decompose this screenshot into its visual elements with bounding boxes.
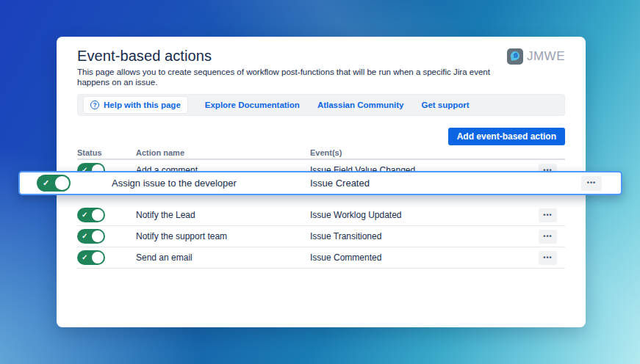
row-menu-button[interactable]: •••	[581, 176, 602, 191]
events-value: Issue Transitioned	[310, 231, 539, 241]
toggle-knob	[92, 230, 104, 242]
jmwe-logo-text: JMWE	[527, 49, 565, 64]
check-icon: ✓	[82, 254, 87, 261]
toggle-knob	[92, 252, 104, 263]
toolbar: Add event-based action	[77, 128, 565, 145]
page-title: Event-based actions	[77, 47, 507, 65]
table-row[interactable]: ✓ Notify the Lead Issue Worklog Updated …	[77, 205, 565, 226]
row-menu-button[interactable]: •••	[539, 208, 557, 222]
status-toggle[interactable]: ✓	[77, 250, 105, 265]
page-subtitle: This page allows you to create sequences…	[77, 67, 507, 87]
help-button-label: Help with this page	[104, 101, 181, 109]
help-with-page-button[interactable]: ? Help with this page	[84, 97, 187, 113]
row-menu-button[interactable]: •••	[539, 251, 557, 265]
row-menu-button[interactable]: •••	[539, 230, 557, 244]
actions-table: Status Action name Event(s) ✓ Add a comm…	[77, 147, 565, 269]
question-circle-icon: ?	[90, 101, 99, 109]
events-value: Issue Commented	[310, 252, 539, 263]
add-event-based-action-button[interactable]: Add event-based action	[448, 128, 565, 145]
events-value: Issue Worklog Updated	[310, 210, 539, 220]
jmwe-logo: JMWE	[507, 48, 565, 65]
action-name: Notify the Lead	[136, 210, 310, 220]
status-toggle[interactable]: ✓	[77, 208, 105, 222]
help-bar: ? Help with this page Explore Documentat…	[77, 94, 565, 116]
table-row[interactable]: ✓ Notify the support team Issue Transiti…	[77, 226, 565, 247]
table-row[interactable]: ✓ Send an email Issue Commented •••	[77, 247, 565, 269]
jmwe-droplet-icon	[507, 48, 523, 65]
events-value: Issue Created	[310, 178, 581, 189]
status-toggle[interactable]: ✓	[37, 175, 71, 192]
table-header-row: Status Action name Event(s)	[77, 147, 565, 160]
toggle-knob	[92, 209, 104, 221]
column-events: Event(s)	[310, 148, 539, 157]
link-get-support[interactable]: Get support	[421, 101, 469, 109]
toggle-knob	[55, 176, 69, 190]
action-name: Notify the support team	[136, 231, 310, 241]
dragged-table-row[interactable]: ✓ Assign issue to the developer Issue Cr…	[18, 171, 622, 195]
action-name: Send an email	[136, 252, 310, 263]
action-name: Assign issue to the developer	[112, 178, 310, 189]
column-action-name: Action name	[136, 148, 310, 157]
check-icon: ✓	[43, 179, 49, 187]
column-status: Status	[77, 148, 136, 157]
check-icon: ✓	[82, 233, 87, 240]
link-explore-documentation[interactable]: Explore Documentation	[205, 101, 300, 109]
status-toggle[interactable]: ✓	[77, 229, 105, 244]
link-atlassian-community[interactable]: Atlassian Community	[317, 101, 404, 109]
check-icon: ✓	[82, 211, 87, 219]
